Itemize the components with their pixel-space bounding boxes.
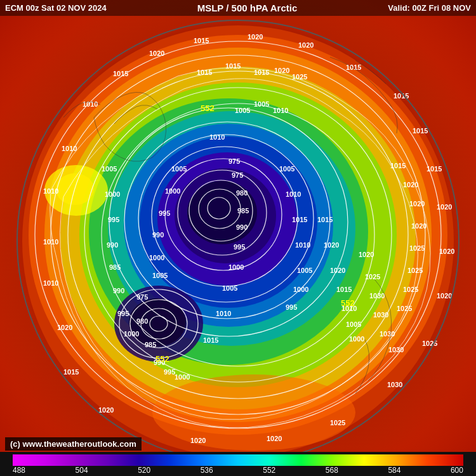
svg-text:1015: 1015 [346,63,361,71]
svg-text:975: 975 [136,293,148,301]
svg-text:1020: 1020 [437,292,452,300]
svg-text:1005: 1005 [279,165,294,173]
svg-text:980: 980 [136,317,148,325]
svg-text:1005: 1005 [346,321,361,328]
svg-text:1015: 1015 [203,336,218,344]
colorbar: 488 504 520 536 552 568 584 600 [0,452,476,476]
svg-text:1025: 1025 [365,273,380,281]
svg-text:1020: 1020 [324,241,339,249]
svg-text:1025: 1025 [292,73,307,81]
svg-text:1010: 1010 [273,107,288,114]
svg-text:1015: 1015 [63,368,79,376]
svg-text:1005: 1005 [102,165,117,173]
svg-text:1020: 1020 [267,435,282,442]
cb-label-552: 552 [263,466,275,475]
svg-text:1010: 1010 [295,241,310,249]
svg-text:1015: 1015 [336,286,352,293]
cb-label-520: 520 [138,466,150,475]
cb-label-568: 568 [326,466,338,475]
svg-text:1015: 1015 [254,69,269,76]
svg-text:1015: 1015 [292,216,307,223]
svg-text:1020: 1020 [149,50,164,57]
cb-label-536: 536 [201,466,213,475]
map-container: 1010 1010 1010 1020 1015 1020 1020 1020 … [0,0,476,476]
svg-text:1025: 1025 [407,267,423,274]
svg-text:1010: 1010 [43,187,58,195]
svg-text:975: 975 [228,157,240,165]
svg-text:1025: 1025 [330,419,345,426]
svg-text:1020: 1020 [274,67,289,74]
svg-text:990: 990 [236,223,248,231]
svg-text:1000: 1000 [228,263,244,271]
svg-text:1020: 1020 [439,248,454,255]
cb-label-488: 488 [13,466,25,475]
svg-text:995: 995 [164,368,175,376]
svg-text:1015: 1015 [194,37,209,44]
svg-text:1015: 1015 [197,69,212,76]
svg-text:995: 995 [286,303,297,311]
svg-text:1000: 1000 [349,335,364,343]
svg-text:985: 985 [109,263,121,271]
svg-text:995: 995 [108,216,119,223]
svg-text:1015: 1015 [317,216,333,223]
svg-text:1005: 1005 [235,107,250,114]
cb-label-600: 600 [451,466,463,475]
svg-text:1005: 1005 [171,165,187,173]
svg-text:1010: 1010 [286,190,301,198]
svg-text:1020: 1020 [57,324,72,331]
svg-text:975: 975 [232,171,243,179]
svg-text:990: 990 [107,241,118,249]
svg-text:1025: 1025 [403,286,418,293]
svg-text:985: 985 [237,207,249,215]
svg-text:1025: 1025 [397,305,412,312]
svg-text:1000: 1000 [175,373,190,381]
svg-text:1005: 1005 [152,272,168,279]
svg-text:1005: 1005 [254,100,269,108]
svg-text:1000: 1000 [165,187,180,195]
cb-label-584: 584 [388,466,400,475]
svg-text:990: 990 [152,231,164,239]
svg-text:1005: 1005 [222,284,237,292]
cb-label-504: 504 [76,466,88,475]
svg-text:1005: 1005 [297,267,312,274]
svg-text:1010: 1010 [43,279,58,287]
header-bar: ECM 00z Sat 02 NOV 2024 MSLP / 500 hPA A… [0,0,476,16]
svg-text:1020: 1020 [403,181,418,188]
svg-text:1000: 1000 [293,286,308,293]
svg-text:1020: 1020 [330,267,345,274]
svg-text:1020: 1020 [298,41,314,49]
svg-text:1030: 1030 [387,381,402,388]
svg-text:1030: 1030 [373,311,388,319]
valid-label: Valid: 00Z Fri 08 NOV [388,3,471,13]
svg-text:552: 552 [201,103,215,113]
svg-text:1000: 1000 [149,254,164,261]
svg-text:1015: 1015 [390,162,406,169]
svg-text:1000: 1000 [124,330,139,338]
svg-text:1030: 1030 [388,346,404,354]
svg-text:1020: 1020 [411,222,426,230]
svg-text:1000: 1000 [105,190,120,198]
svg-text:985: 985 [145,341,156,348]
svg-text:1020: 1020 [359,251,374,258]
colorbar-gradient [13,454,463,466]
svg-text:1020: 1020 [190,437,206,444]
svg-text:1015: 1015 [113,70,128,77]
svg-text:1010: 1010 [62,145,77,152]
svg-text:1015: 1015 [225,62,241,70]
ecm-label: ECM 00z Sat 02 NOV 2024 [5,3,107,13]
svg-text:1010: 1010 [209,133,225,141]
svg-text:1015: 1015 [426,165,442,173]
svg-rect-134 [13,454,463,466]
map-title: MSLP / 500 hPA Arctic [107,3,388,13]
svg-point-19 [152,374,355,451]
svg-text:995: 995 [234,243,245,251]
svg-text:995: 995 [117,310,129,317]
svg-text:1025: 1025 [409,244,425,252]
svg-text:1015: 1015 [413,127,428,135]
svg-text:990: 990 [113,287,124,294]
svg-text:1010: 1010 [83,100,98,108]
svg-text:1020: 1020 [98,406,114,414]
svg-text:1010: 1010 [43,238,58,246]
svg-text:1020: 1020 [437,203,452,211]
svg-text:1030: 1030 [380,330,395,338]
